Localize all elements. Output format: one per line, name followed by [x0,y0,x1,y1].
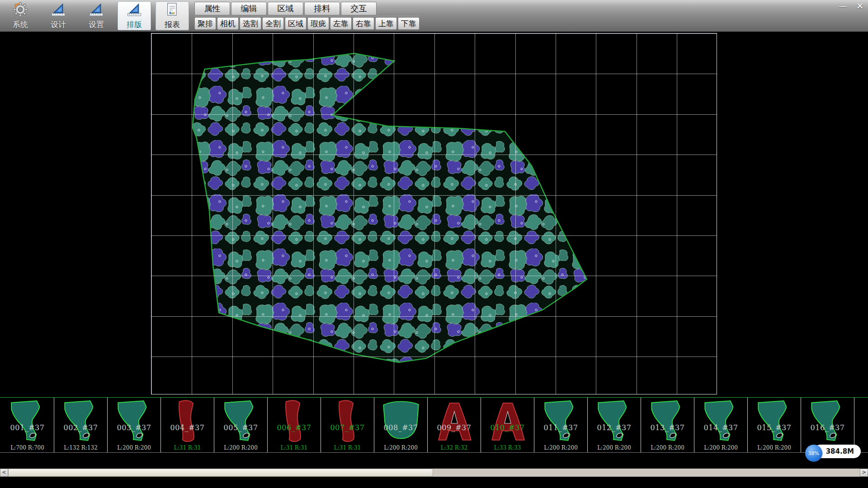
tool-align-top[interactable]: 上靠 [375,17,397,30]
thumbnail-cell[interactable]: 009_#37 L:32 R:32 [428,398,481,452]
thumbnail-strip: 001_#37 L:700 R:700 002_#37 L:132 R:132 … [0,397,868,453]
ruler-icon [89,2,104,19]
canvas-area[interactable] [0,32,868,397]
tool-select-cut[interactable]: 选割 [240,17,261,30]
thumbnail-cell[interactable]: 012_#37 L:200 R:200 [588,398,641,452]
thumbnail-cell[interactable]: 008_#37 L:200 R:200 [374,398,428,452]
piece-shape [3,399,52,445]
nav-button-label: 设计 [51,19,66,30]
piece-label: 009_#37 [428,423,481,432]
piece-lr-count: L:132 R:132 [54,445,107,451]
piece-shape [163,399,212,445]
thumbnail-cell[interactable]: 011_#37 L:200 R:200 [534,398,588,452]
piece-label: 016_#37 [801,423,854,432]
thumbnail-cell[interactable]: 016_#37 L:200 R:200 [801,398,854,452]
thumbnail-cell[interactable]: 001_#37 L:700 R:700 [1,398,54,452]
piece-lr-count: L:200 R:200 [748,445,801,451]
nav-button-report[interactable]: 报表 [156,1,189,30]
nav-button-label: 设置 [89,19,104,30]
piece-label: 007_#37 [321,423,374,432]
piece-label: 001_#37 [1,423,54,432]
nav-button-settings[interactable]: 设置 [80,1,113,30]
piece-shape [643,399,693,445]
thumbnail-cell[interactable]: 007_#37 L:31 R:31 [321,398,374,452]
scroll-left-arrow[interactable]: < [0,469,8,477]
thumbnail-cell[interactable]: 013_#37 L:200 R:200 [641,398,694,452]
piece-lr-count: L:200 R:200 [108,445,160,451]
piece-shape [429,399,479,445]
horizontal-scrollbar[interactable]: < > [0,469,868,477]
tool-cluster-nest[interactable]: 聚排 [194,17,216,30]
nav-button-label: 排版 [127,19,142,30]
thumbnail-cell[interactable]: 003_#37 L:200 R:200 [108,398,161,452]
report-icon [165,2,180,19]
thumbnail-cell[interactable]: 006_#37 L:31 R:31 [268,398,321,452]
tab-properties[interactable]: 属性 [194,2,230,15]
leather-hide-outline [193,53,587,362]
progress-circle: 38% [805,445,822,462]
thumbnail-cell[interactable]: 015_#37 L:200 R:200 [748,398,801,452]
nav-buttons: 系统 设计 设置 [0,0,194,32]
piece-lr-count: L:33 R:33 [481,445,534,451]
thumbnail-cell[interactable]: 005_#37 L:200 R:200 [214,398,268,452]
piece-lr-count: L:200 R:200 [694,445,747,451]
menu-area: 属性 编辑 区域 排料 交互 聚排 相机 选割 全割 区域 瑕疵 左靠 右靠 上… [194,0,420,32]
tab-edit[interactable]: 编辑 [231,2,267,15]
gear-icon [13,2,28,19]
close-button[interactable]: ✕ [856,1,863,10]
piece-label: 014_#37 [694,423,747,432]
piece-shape [109,399,159,445]
piece-label: 005_#37 [214,423,267,432]
piece-lr-count: L:200 R:200 [374,445,427,451]
piece-lr-count: L:200 R:200 [534,445,587,451]
thumbnail-cell[interactable]: 010_#37 L:33 R:33 [481,398,534,452]
status-badge: 384.8M 38% [805,445,861,462]
piece-shape [803,399,853,445]
tool-button-row: 聚排 相机 选割 全割 区域 瑕疵 左靠 右靠 上靠 下靠 [194,16,420,31]
tab-interaction[interactable]: 交互 [341,2,377,15]
nav-button-nesting[interactable]: 排版 [118,1,151,30]
nav-button-label: 报表 [165,19,180,30]
piece-shape [750,399,799,445]
piece-shape [590,399,639,445]
nav-button-system[interactable]: 系统 [4,1,37,30]
tool-align-bottom[interactable]: 下靠 [398,17,420,30]
piece-label: 006_#37 [268,423,321,432]
piece-label: 013_#37 [641,423,694,432]
tab-region[interactable]: 区域 [268,2,303,15]
piece-shape [536,399,586,445]
thumbnail-cell[interactable]: 014_#37 L:200 R:200 [694,398,748,452]
piece-label: 011_#37 [534,423,587,432]
piece-label: 015_#37 [748,423,801,432]
tool-cut-all[interactable]: 全割 [262,17,284,30]
ruler-icon [51,2,66,19]
thumbnail-cell[interactable]: 004_#37 L:31 R:31 [161,398,214,452]
piece-lr-count: L:31 R:31 [268,445,321,451]
toolbar: 系统 设计 设置 [0,0,868,32]
tool-align-right[interactable]: 右靠 [353,17,374,30]
nested-hide-graphic [0,32,868,397]
thumbnail-cell[interactable]: 002_#37 L:132 R:132 [54,398,108,452]
scroll-right-arrow[interactable]: > [860,469,868,477]
ruler-icon [127,2,142,19]
tool-align-left[interactable]: 左靠 [330,17,352,30]
piece-label: 002_#37 [54,423,107,432]
piece-lr-count: L:200 R:200 [588,445,641,451]
piece-shape [376,399,426,445]
piece-lr-count: L:31 R:31 [321,445,374,451]
piece-label: 012_#37 [588,423,641,432]
minimize-button[interactable]: — [839,1,847,10]
nav-button-design[interactable]: 设计 [42,1,75,30]
piece-shape [269,399,319,445]
scrollbar-thumb[interactable] [8,469,433,477]
piece-lr-count: L:700 R:700 [1,445,54,451]
piece-shape [323,399,373,445]
window-controls: — ✕ [839,1,863,10]
piece-shape [483,399,533,445]
piece-lr-count: L:200 R:200 [214,445,267,451]
tool-region[interactable]: 区域 [285,17,307,30]
tool-defect[interactable]: 瑕疵 [307,17,329,30]
piece-shape [696,399,746,445]
tool-camera[interactable]: 相机 [217,17,239,30]
tab-nesting[interactable]: 排料 [304,2,340,15]
